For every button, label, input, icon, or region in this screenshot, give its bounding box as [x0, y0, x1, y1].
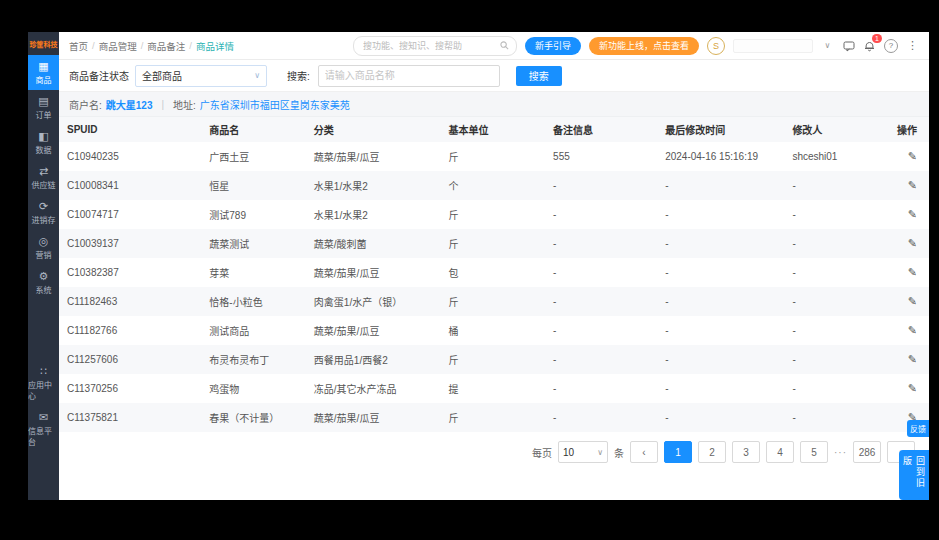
breadcrumb-item[interactable]: 商品管理 [99, 39, 137, 53]
back-to-old-version-widget[interactable]: 回到旧版 [899, 450, 929, 500]
status-filter-value: 全部商品 [142, 68, 182, 83]
nav-label: 商品 [36, 74, 52, 85]
nav-label: 供应链 [32, 179, 56, 190]
nav-icon: ▤ [38, 96, 48, 107]
cell-name: 蔬菜测试 [201, 229, 306, 258]
table-header: SPUID商品名分类基本单位备注信息最后修改时间修改人操作 [59, 117, 929, 142]
cell-remark: - [545, 287, 657, 316]
nav-icon: ⟳ [39, 201, 48, 212]
edit-icon[interactable]: ✎ [908, 324, 917, 336]
edit-icon[interactable]: ✎ [908, 179, 917, 191]
help-icon[interactable]: ? [884, 39, 898, 53]
prev-page-button[interactable]: ‹ [630, 441, 658, 463]
edit-icon[interactable]: ✎ [908, 382, 917, 394]
sidebar-item-应用中心[interactable]: ∷应用中心 [28, 360, 59, 406]
topbar-right: 新手引导 新功能上线，点击查看 S ∨ 1 [353, 36, 919, 56]
cell-remark: - [545, 258, 657, 287]
table-row: C10074717测试789水果1/水果2斤---✎ [59, 200, 929, 229]
cell-category: 水果1/水果2 [306, 200, 441, 229]
cell-modifier: - [784, 258, 873, 287]
chat-icon[interactable] [842, 39, 855, 52]
cell-modifier: shceshi01 [784, 142, 873, 171]
cell-remark: - [545, 200, 657, 229]
sidebar-item-系统[interactable]: ⚙系统 [28, 265, 59, 300]
sidebar-item-营销[interactable]: ◎营销 [28, 230, 59, 265]
cell-modifier: - [784, 403, 873, 432]
global-search-input[interactable] [361, 40, 496, 52]
more-menu-icon[interactable]: ⋮ [906, 39, 919, 52]
cell-spuid: C11375821 [59, 403, 201, 432]
per-page-unit: 条 [614, 445, 624, 460]
feedback-side-tab[interactable]: 反馈 [907, 420, 929, 437]
page-button-5[interactable]: 5 [800, 441, 828, 463]
cell-unit: 提 [441, 374, 546, 403]
sidebar-item-数据[interactable]: ◧数据 [28, 125, 59, 160]
merchant-address-link[interactable]: 广东省深圳市福田区皇岗东家美苑 [200, 97, 350, 112]
nav-label: 订单 [36, 109, 52, 120]
cell-unit: 斤 [441, 287, 546, 316]
cell-category: 水果1/水果2 [306, 171, 441, 200]
avatar[interactable]: S [707, 37, 725, 55]
nav-icon: ✉ [39, 412, 48, 423]
breadcrumb-separator: / [189, 40, 192, 51]
column-header: 基本单位 [441, 117, 546, 142]
per-page-select[interactable]: 10 ∨ [558, 441, 608, 463]
edit-icon[interactable]: ✎ [908, 295, 917, 307]
notification-badge: 1 [872, 34, 882, 43]
table-row: C11182766测试商品蔬菜/茄果/瓜豆桶---✎ [59, 316, 929, 345]
table-header-row: SPUID商品名分类基本单位备注信息最后修改时间修改人操作 [59, 117, 929, 142]
edit-icon[interactable]: ✎ [908, 353, 917, 365]
topbar: 首页/商品管理/商品备注/商品详情 新手引导 新功能上线，点击查看 S ∨ [59, 32, 929, 60]
cell-modified_at: - [657, 403, 784, 432]
sidebar-item-订单[interactable]: ▤订单 [28, 90, 59, 125]
search-button[interactable]: 搜索 [516, 66, 562, 86]
cell-remark: - [545, 229, 657, 258]
page-button-3[interactable]: 3 [732, 441, 760, 463]
nav-icon: ◧ [38, 131, 48, 142]
cell-name: 测试商品 [201, 316, 306, 345]
cell-remark: - [545, 345, 657, 374]
cell-unit: 桶 [441, 316, 546, 345]
breadcrumb-item[interactable]: 商品详情 [196, 39, 234, 53]
edit-icon[interactable]: ✎ [908, 150, 917, 162]
search-icon [500, 41, 509, 50]
promo-banner-button[interactable]: 新功能上线，点击查看 [589, 37, 699, 55]
cell-name: 测试789 [201, 200, 306, 229]
cell-spuid: C10008341 [59, 171, 201, 200]
last-page-button[interactable]: 286 [853, 441, 881, 463]
cell-spuid: C10039137 [59, 229, 201, 258]
page-button-2[interactable]: 2 [698, 441, 726, 463]
page-button-1[interactable]: 1 [664, 441, 692, 463]
edit-icon[interactable]: ✎ [908, 266, 917, 278]
cell-name: 布灵布灵布丁 [201, 345, 306, 374]
global-search[interactable] [353, 36, 517, 56]
divider: | [161, 99, 164, 110]
table-row: C11182463恰格-小粒色肉禽蛋1/水产（银）斤---✎ [59, 287, 929, 316]
keyword-search-input[interactable] [318, 65, 500, 87]
breadcrumb-item[interactable]: 商品备注 [147, 39, 185, 53]
beginner-guide-button[interactable]: 新手引导 [525, 37, 581, 55]
merchant-name-label: 商户名: [69, 97, 102, 112]
cell-category: 肉禽蛋1/水产（银） [306, 287, 441, 316]
cell-modified_at: - [657, 345, 784, 374]
bell-icon[interactable]: 1 [863, 39, 876, 52]
merchant-name-link[interactable]: 跳大星123 [106, 97, 153, 112]
edit-icon[interactable]: ✎ [908, 237, 917, 249]
sidebar-item-商品[interactable]: ▦商品 [28, 55, 59, 90]
sidebar-item-供应链[interactable]: ⇄供应链 [28, 160, 59, 195]
sidebar-nav: ▦商品▤订单◧数据⇄供应链⟳进销存◎营销⚙系统 [28, 55, 59, 300]
cell-remark: - [545, 403, 657, 432]
table-row: C10039137蔬菜测试蔬菜/酸刺菌斤---✎ [59, 229, 929, 258]
sidebar-item-进销存[interactable]: ⟳进销存 [28, 195, 59, 230]
page-button-4[interactable]: 4 [766, 441, 794, 463]
chevron-down-icon[interactable]: ∨ [821, 39, 834, 52]
edit-icon[interactable]: ✎ [908, 208, 917, 220]
cell-remark: - [545, 171, 657, 200]
table-row: C10382387芽菜蔬菜/茄果/瓜豆包---✎ [59, 258, 929, 287]
app-logo: 珍筐科技 [30, 32, 58, 55]
cell-spuid: C10382387 [59, 258, 201, 287]
breadcrumb-item[interactable]: 首页 [69, 39, 88, 53]
nav-label: 应用中心 [28, 379, 59, 401]
status-filter-select[interactable]: 全部商品 ∨ [135, 65, 267, 87]
sidebar-item-信息平台[interactable]: ✉信息平台 [28, 406, 59, 452]
